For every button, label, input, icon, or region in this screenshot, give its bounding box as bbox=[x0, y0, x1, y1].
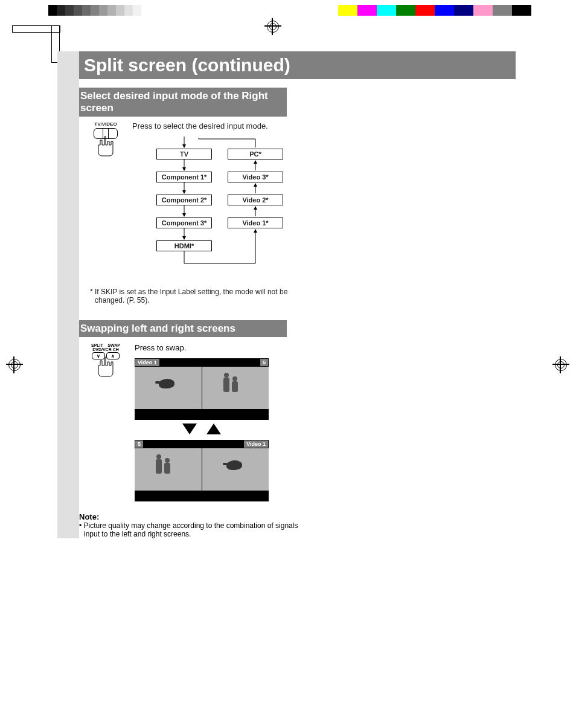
flow-box: TV bbox=[156, 149, 212, 159]
right-picture bbox=[202, 448, 269, 491]
split-screen-before: Video 15 bbox=[135, 358, 269, 420]
right-picture bbox=[202, 367, 269, 409]
swap-button-diagram: SPLITSWAP DVD/VCR CH ∨∧ bbox=[88, 343, 124, 501]
note-body: • Picture quality may change according t… bbox=[79, 521, 299, 538]
input-mode-flow-diagram: TV Component 1* Component 2* Component 3… bbox=[156, 137, 283, 275]
up-button-icon: ∧ bbox=[106, 352, 120, 359]
split-screen-after: 5Video 1 bbox=[135, 440, 269, 501]
dvd-vcr-ch-label: DVD/VCR CH bbox=[91, 347, 120, 352]
swap-arrows-icon bbox=[135, 424, 269, 436]
section-heading-swap: Swapping left and right screens bbox=[75, 320, 287, 337]
instruction-text: Press to swap. bbox=[135, 343, 269, 352]
page-title: Split screen (continued) bbox=[75, 51, 516, 79]
left-label: Video 1 bbox=[135, 358, 160, 367]
left-picture bbox=[135, 367, 202, 409]
flow-box: Video 1* bbox=[228, 217, 283, 228]
left-gray-margin bbox=[57, 51, 79, 538]
flow-box: Component 1* bbox=[156, 172, 212, 182]
instruction-text: Press to select the desired input mode. bbox=[132, 121, 516, 130]
flow-box: Component 2* bbox=[156, 195, 212, 205]
split-label: SPLIT bbox=[91, 343, 103, 347]
note-block: Note: • Picture quality may change accor… bbox=[75, 512, 299, 538]
left-picture bbox=[135, 448, 202, 491]
section-heading-input-mode: Select desired input mode of the Right s… bbox=[75, 88, 287, 117]
remote-button-icon bbox=[94, 128, 118, 139]
flow-box: PC* bbox=[228, 149, 283, 159]
tv-video-button-diagram: TV/VIDEO bbox=[88, 121, 124, 275]
footnote-text: * If SKIP is set as the Input Label sett… bbox=[90, 288, 301, 304]
note-title: Note: bbox=[79, 512, 99, 521]
flow-box: Component 3* bbox=[156, 217, 212, 228]
flow-box: HDMI* bbox=[156, 240, 212, 251]
triangle-up-icon bbox=[206, 424, 221, 434]
flow-box: Video 3* bbox=[228, 172, 283, 182]
triangle-down-icon bbox=[182, 424, 197, 434]
swap-label: SWAP bbox=[107, 343, 120, 347]
flow-box: Video 2* bbox=[228, 195, 283, 205]
right-label: Video 1 bbox=[243, 440, 269, 448]
button-label: TV/VIDEO bbox=[88, 121, 124, 127]
right-label: 5 bbox=[260, 358, 269, 367]
left-label: 5 bbox=[135, 440, 144, 448]
down-button-icon: ∨ bbox=[92, 352, 105, 359]
